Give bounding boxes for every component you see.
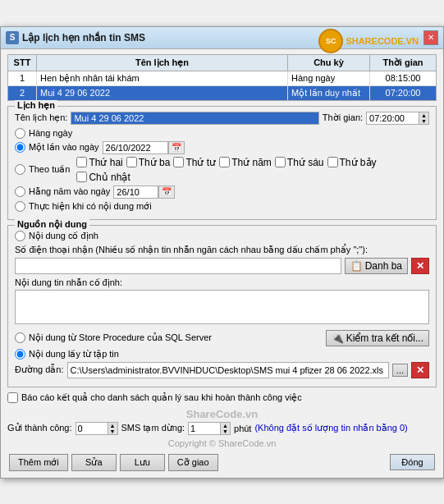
store-proc-label: Nội dung từ Store Procedure của SQL Serv… [29,332,212,343]
clear-path-btn[interactable]: ✕ [411,362,429,378]
them-moi-button[interactable]: Thêm mới [9,454,68,471]
day-thu6: Thứ sáu [275,157,324,168]
radio-hang-ngay[interactable] [15,128,25,139]
day-thu3-label: Thứ ba [139,157,171,168]
phut-label: phút [234,424,251,433]
date-mot-lan-btn[interactable]: 📅 [168,141,185,154]
col-chu-ky: Chu kỳ [288,55,370,71]
noi-dung-textarea[interactable] [15,290,429,324]
store-proc-row: Nội dung từ Store Procedure của SQL Serv… [15,330,429,346]
hang-ngay-label: Hàng ngày [29,128,72,138]
day-thu5-label: Thứ năm [231,157,272,168]
cb-thu5[interactable] [219,157,230,167]
date-hang-nam-wrapper: 📅 [113,186,175,199]
thuc-hien-row: Thực hiện khi có nội dung mới [15,201,429,212]
cb-thu2[interactable] [76,157,87,167]
thoi-gian-label: Thời gian: [323,112,363,123]
mot-lan-row: Một lần vào ngày 📅 [15,141,429,154]
radio-hang-nam[interactable] [15,186,25,197]
gui-input[interactable] [76,422,108,435]
radio-co-dinh[interactable] [15,231,25,241]
date-mot-lan-wrapper: 📅 [103,141,185,154]
day-cn: Chủ nhật [76,172,130,183]
footer-right-buttons: Đóng [390,454,435,470]
time-down-btn[interactable]: ▼ [419,118,428,124]
danh-ba-btn[interactable]: 📋 Danh ba [345,258,408,274]
sua-button[interactable]: Sửa [71,454,117,471]
day-thu4: Thứ tư [173,157,216,168]
copyright: Copyright © ShareCode.vn [7,438,437,448]
cb-cn[interactable] [76,172,87,182]
luu-button[interactable]: Lưu [120,454,165,471]
day-thu6-label: Thứ sáu [287,157,324,168]
theo-tuan-row: Theo tuần Thứ hai Thứ ba Thứ tư [15,157,429,183]
clear-phone-btn[interactable]: ✕ [411,258,429,274]
theo-tuan-label: Theo tuần [29,164,70,175]
phone-input[interactable] [15,258,341,274]
date-mot-lan-input[interactable] [103,141,168,154]
browse-btn[interactable]: ... [392,364,408,377]
co-dinh-label: Nội dung cố định [29,231,98,241]
footer-buttons: Thêm mới Sửa Lưu Cỡ giao Đóng [7,451,437,473]
day-thu4-label: Thứ tư [185,157,216,168]
col-stt: STT [8,55,37,71]
bao-cao-checkbox[interactable] [7,392,18,403]
ten-input[interactable] [71,112,318,125]
date-hang-nam-btn[interactable]: 📅 [158,186,175,199]
cell-chu-ky-2: Một lần duy nhất [288,86,370,100]
titlebar-left: S Lập lịch hẹn nhắn tin SMS [6,31,145,44]
sms-label: SMS tạm dừng: [121,423,185,433]
hint-text: (Không đặt số lượng tin nhắn bằng 0) [254,423,407,433]
time-arrows: ▲ ▼ [419,112,429,125]
co-giao-button[interactable]: Cỡ giao [168,454,218,471]
path-row: Đường dẫn: ... ✕ [15,362,429,378]
mot-lan-label: Một lần vào ngày [29,142,99,153]
send-config-row: Gửi thành công: ▲ ▼ SMS tạm dừng: ▲ ▼ ph… [7,422,437,435]
logo-area: SC SHARECODE.VN [318,29,419,53]
table-row[interactable]: 2 Mui 4 29 06 2022 Một lần duy nhất 07:2… [8,86,436,100]
cb-thu7[interactable] [327,157,338,167]
logo-icon: SC [318,29,343,53]
table-row[interactable]: 1 Hen bệnh nhân tái khám Hàng ngày 08:15… [8,71,436,86]
table-header: STT Tên lịch hẹn Chu kỳ Thời gian [8,55,436,71]
day-thu3: Thứ ba [126,157,171,168]
time-up-btn[interactable]: ▲ [419,112,428,118]
gui-arrows: ▲ ▼ [108,422,118,435]
gui-spinner: ▲ ▼ [76,422,118,435]
cb-thu6[interactable] [275,157,286,167]
lich-hen-section: Lịch hẹn Tên lịch hẹn: Thời gian: ▲ ▼ [7,106,437,220]
radio-store-proc[interactable] [15,332,25,343]
sms-arrows: ▲ ▼ [221,422,231,435]
date-hang-nam-input[interactable] [113,186,158,199]
cell-thoi-gian-2: 07:20:00 [370,86,436,100]
duong-dan-label: Đường dẫn: [15,364,64,375]
gui-up-btn[interactable]: ▲ [108,423,117,428]
cell-chu-ky-1: Hàng ngày [288,71,370,85]
radio-mot-lan[interactable] [15,142,25,153]
cell-ten-2: Mui 4 29 06 2022 [37,86,288,100]
ket-noi-btn[interactable]: 🔌 Kiểm tra kết nối... [326,330,429,346]
day-thu2: Thứ hai [76,157,122,168]
radio-theo-tuan[interactable] [15,164,25,175]
cb-thu3[interactable] [126,157,137,167]
cb-thu4[interactable] [173,157,184,167]
radio-tap-tin[interactable] [15,349,25,360]
sms-input[interactable] [188,422,221,435]
radio-thuc-hien[interactable] [15,201,25,212]
bao-cao-label: Báo cáo kết quả cho danh sách quản lý sa… [21,392,302,403]
sms-up-btn[interactable]: ▲ [221,423,230,428]
thoi-gian-input[interactable] [366,112,419,125]
tap-tin-label: Nội dung lấy từ tập tin [29,349,119,360]
hang-nam-row: Hằng năm vào ngày 📅 [15,186,429,199]
day-thu7-label: Thứ bảy [340,157,377,168]
day-thu2-label: Thứ hai [89,157,122,168]
path-input[interactable] [67,362,389,378]
dong-button[interactable]: Đóng [390,454,435,470]
close-button[interactable]: ✕ [423,30,438,45]
nguon-section: Nguồn nội dung Nội dung cố định Số điện … [7,225,437,387]
footer-left-buttons: Thêm mới Sửa Lưu Cỡ giao [9,454,218,471]
phone-label-row: Số điện thoại nhận (Nhiều số nhận tin nh… [15,244,429,255]
gui-label: Gửi thành công: [7,423,72,433]
gui-down-btn[interactable]: ▼ [108,428,117,434]
sms-down-btn[interactable]: ▼ [221,428,230,434]
